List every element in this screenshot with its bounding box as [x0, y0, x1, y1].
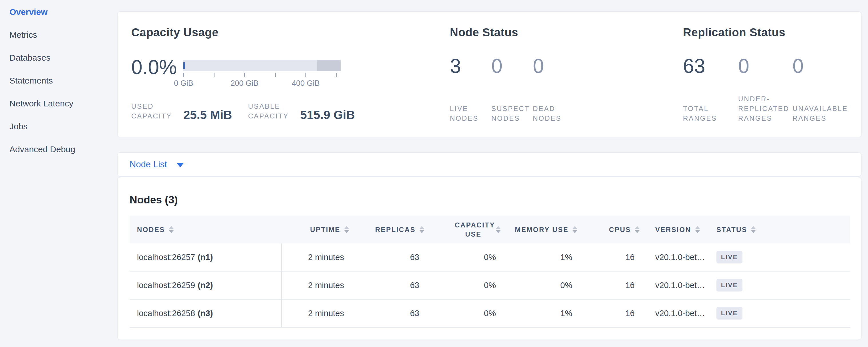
- node-list-dropdown[interactable]: Node List: [118, 153, 861, 176]
- column-header-nodes[interactable]: NODES: [129, 216, 282, 244]
- replication-status-title: Replication Status: [683, 26, 855, 39]
- sort-icon: [496, 226, 500, 233]
- node-host: localhost:26258: [137, 309, 195, 318]
- replication-status-section: Replication Status 63 TOTAL RANGES 0 UND…: [683, 26, 855, 39]
- capacity-metrics: USED CAPACITY 25.5 MiB USABLE CAPACITY 5…: [131, 101, 355, 121]
- under-replicated-value: 0: [738, 56, 793, 76]
- sort-icon: [695, 226, 700, 233]
- dead-nodes-value: 0: [533, 56, 574, 76]
- node-link[interactable]: localhost:26258 (n3): [137, 309, 213, 318]
- column-header-cpus[interactable]: CPUS: [580, 216, 642, 244]
- capacity-bar-usable-segment: [183, 60, 317, 71]
- replicas-cell: 63: [351, 272, 427, 299]
- under-replicated-stat: 0 UNDER-REPLICATED RANGES: [738, 56, 793, 123]
- capacity-use-cell: 0%: [427, 244, 503, 271]
- sidebar-item-metrics[interactable]: Metrics: [9, 31, 113, 39]
- capacity-usage-chart: 0 GiB 200 GiB 400 GiB: [183, 60, 341, 88]
- used-capacity-value: 25.5 MiB: [183, 108, 232, 122]
- sort-icon: [169, 226, 174, 233]
- nodes-heading: Nodes (3): [129, 194, 178, 206]
- suspect-nodes-stat: 0 SUSPECT NODES: [491, 56, 533, 123]
- node-status-stats: 3 LIVE NODES 0 SUSPECT NODES 0 DEAD NODE…: [450, 56, 574, 123]
- suspect-nodes-label: SUSPECT NODES: [491, 104, 527, 123]
- node-status-section: Node Status 3 LIVE NODES 0 SUSPECT NODES…: [450, 26, 667, 39]
- node-id: (n1): [197, 253, 213, 262]
- column-header-replicas[interactable]: REPLICAS: [351, 216, 427, 244]
- dead-nodes-label: DEAD NODES: [533, 104, 568, 123]
- sort-icon: [751, 226, 755, 233]
- dead-nodes-stat: 0 DEAD NODES: [533, 56, 574, 123]
- capacity-bar-used-indicator: [183, 62, 185, 69]
- node-host: localhost:26259: [137, 281, 195, 290]
- column-header-version[interactable]: VERSION: [642, 216, 710, 244]
- replicas-cell: 63: [351, 299, 427, 327]
- sort-icon: [572, 226, 577, 233]
- status-badge: LIVE: [716, 279, 742, 291]
- unavailable-ranges-label: UNAVAILABLE RANGES: [793, 104, 847, 123]
- capacity-use-cell: 0%: [427, 299, 503, 327]
- version-cell: v20.1.0-bet…: [642, 299, 710, 327]
- memory-use-cell: 1%: [503, 244, 580, 271]
- sort-icon: [344, 226, 349, 233]
- sidebar-item-network-latency[interactable]: Network Latency: [9, 99, 113, 108]
- node-list-dropdown-card: Node List: [117, 153, 861, 177]
- uptime-cell: 2 minutes: [282, 272, 351, 299]
- sidebar-item-databases[interactable]: Databases: [9, 54, 113, 62]
- version-cell: v20.1.0-bet…: [642, 244, 710, 271]
- status-badge: LIVE: [716, 251, 742, 263]
- usable-capacity-label: USABLE CAPACITY: [248, 101, 299, 121]
- axis-label-0gib: 0 GiB: [174, 79, 193, 88]
- table-row: localhost:26258 (n3) 2 minutes 63 0% 1% …: [129, 299, 850, 327]
- capacity-usage-section: Capacity Usage 0.0% 0 GiB 200 GiB 400 Gi…: [131, 26, 440, 39]
- column-header-uptime[interactable]: UPTIME: [282, 216, 351, 244]
- capacity-bar-other-segment: [317, 60, 341, 71]
- node-link[interactable]: localhost:26259 (n2): [137, 281, 213, 290]
- capacity-use-cell: 0%: [427, 272, 503, 299]
- status-badge: LIVE: [716, 307, 742, 319]
- node-list-dropdown-label: Node List: [129, 159, 167, 170]
- usable-capacity-value: 515.9 GiB: [300, 108, 354, 122]
- unavailable-ranges-stat: 0 UNAVAILABLE RANGES: [793, 56, 848, 123]
- column-header-status[interactable]: STATUS: [710, 216, 850, 244]
- table-body: localhost:26257 (n1) 2 minutes 63 0% 1% …: [129, 244, 850, 327]
- node-link[interactable]: localhost:26257 (n1): [137, 253, 213, 262]
- cpus-cell: 16: [580, 244, 642, 271]
- column-header-capacity-use[interactable]: CAPACITY USE: [427, 216, 503, 244]
- memory-use-cell: 1%: [503, 299, 580, 327]
- capacity-usage-title: Capacity Usage: [131, 26, 440, 39]
- capacity-used-percent: 0.0%: [131, 56, 177, 79]
- capacity-axis-labels: 0 GiB 200 GiB 400 GiB: [183, 79, 341, 88]
- node-id: (n3): [197, 309, 213, 318]
- sort-icon: [420, 226, 424, 233]
- sidebar-item-advanced-debug[interactable]: Advanced Debug: [9, 145, 113, 154]
- replicas-cell: 63: [351, 244, 427, 271]
- unavailable-ranges-value: 0: [793, 56, 848, 76]
- memory-use-cell: 0%: [503, 272, 580, 299]
- axis-label-400gib: 400 GiB: [292, 79, 320, 88]
- node-host: localhost:26257: [137, 253, 195, 262]
- column-header-memory-use[interactable]: MEMORY USE: [503, 216, 580, 244]
- sidebar-item-jobs[interactable]: Jobs: [9, 122, 113, 131]
- total-ranges-label: TOTAL RANGES: [683, 104, 737, 123]
- used-capacity-label: USED CAPACITY: [131, 101, 182, 121]
- table-row: localhost:26257 (n1) 2 minutes 63 0% 1% …: [129, 244, 850, 272]
- axis-label-200gib: 200 GiB: [230, 79, 258, 88]
- table-row: localhost:26259 (n2) 2 minutes 63 0% 0% …: [129, 272, 850, 299]
- capacity-axis-ticks: [183, 73, 341, 77]
- capacity-bar: [183, 60, 341, 71]
- cpus-cell: 16: [580, 272, 642, 299]
- live-nodes-value: 3: [450, 56, 491, 76]
- sidebar-item-statements[interactable]: Statements: [9, 76, 113, 85]
- cluster-summary-card: Capacity Usage 0.0% 0 GiB 200 GiB 400 Gi…: [117, 11, 861, 137]
- sidebar-item-overview[interactable]: Overview: [9, 8, 113, 16]
- live-nodes-stat: 3 LIVE NODES: [450, 56, 491, 123]
- sort-icon: [635, 226, 640, 233]
- replication-stats: 63 TOTAL RANGES 0 UNDER-REPLICATED RANGE…: [683, 56, 848, 123]
- live-nodes-label: LIVE NODES: [450, 104, 486, 123]
- uptime-cell: 2 minutes: [282, 299, 351, 327]
- total-ranges-value: 63: [683, 56, 738, 76]
- suspect-nodes-value: 0: [491, 56, 533, 76]
- nodes-table: NODES UPTIME REPLICAS CAPACITY USE MEMOR…: [129, 216, 850, 327]
- node-status-title: Node Status: [450, 26, 667, 39]
- total-ranges-stat: 63 TOTAL RANGES: [683, 56, 738, 123]
